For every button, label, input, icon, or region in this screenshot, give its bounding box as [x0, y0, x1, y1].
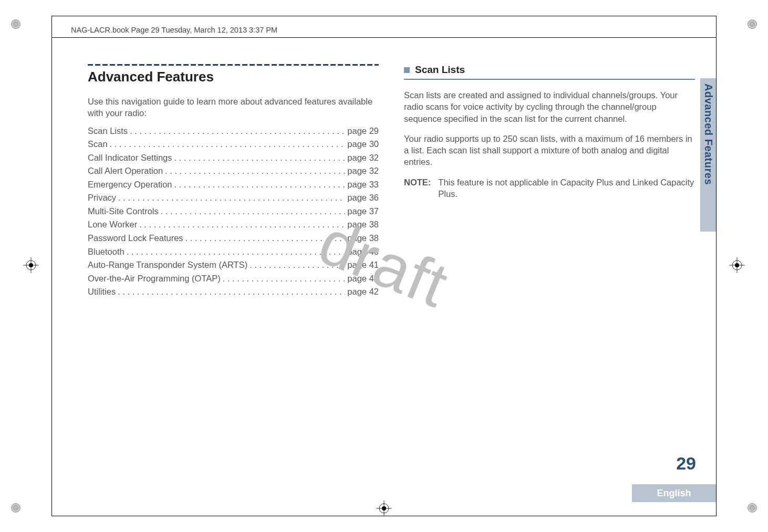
toc-page[interactable]: page 40: [347, 245, 379, 259]
toc-page[interactable]: page 38: [347, 232, 379, 245]
toc-leader-dots: [118, 285, 345, 299]
toc-row: Scanpage 30: [88, 138, 379, 151]
toc-label[interactable]: Call Indicator Settings: [88, 151, 172, 165]
toc-row: Auto-Range Transponder System (ARTS)page…: [88, 258, 379, 272]
chapter-dash-rule: [88, 64, 379, 66]
toc-row: Bluetoothpage 40: [88, 245, 379, 259]
toc-label[interactable]: Scan: [88, 138, 108, 151]
toc-row: Password Lock Featurespage 38: [88, 232, 379, 245]
svg-point-3: [29, 263, 33, 267]
toc-leader-dots: [130, 124, 345, 138]
toc-page[interactable]: page 33: [347, 178, 379, 192]
registration-mark-icon: [23, 257, 39, 273]
language-bar: English: [632, 484, 716, 502]
toc-label[interactable]: Emergency Operation: [88, 178, 172, 192]
svg-point-7: [735, 263, 739, 267]
crop-mark-icon: [747, 19, 757, 29]
toc-label[interactable]: Privacy: [88, 191, 116, 205]
toc-label[interactable]: Scan Lists: [88, 124, 128, 138]
section-rule: [404, 79, 695, 80]
right-column: Scan Lists Scan lists are created and as…: [404, 64, 695, 299]
toc-row: Lone Workerpage 38: [88, 218, 379, 232]
chapter-title: Advanced Features: [88, 69, 379, 85]
crop-mark-icon: [11, 19, 21, 29]
page-number: 29: [676, 453, 696, 474]
toc-label[interactable]: Call Alert Operation: [88, 164, 163, 178]
toc-label[interactable]: Multi-Site Controls: [88, 205, 159, 218]
page-frame: NAG-LACR.book Page 29 Tuesday, March 12,…: [51, 16, 717, 516]
toc-page[interactable]: page 38: [347, 218, 379, 232]
toc-row: Call Alert Operationpage 32: [88, 164, 379, 178]
crop-mark-icon: [11, 503, 21, 513]
toc-row: Over-the-Air Programming (OTAP)page 42: [88, 272, 379, 286]
page-header: NAG-LACR.book Page 29 Tuesday, March 12,…: [52, 16, 716, 37]
toc-page[interactable]: page 41: [347, 258, 379, 272]
note-body: This feature is not applicable in Capaci…: [438, 176, 695, 200]
section-paragraph: Scan lists are created and assigned to i…: [404, 89, 695, 124]
toc-label[interactable]: Password Lock Features: [88, 232, 183, 245]
side-tab-label: Advanced Features: [702, 84, 714, 231]
toc-leader-dots: [185, 232, 346, 245]
toc-row: Call Indicator Settingspage 32: [88, 151, 379, 165]
toc-page[interactable]: page 32: [347, 151, 379, 165]
note: NOTE: This feature is not applicable in …: [404, 176, 695, 200]
toc-page[interactable]: page 42: [347, 272, 379, 286]
crop-mark-icon: [747, 503, 757, 513]
toc-page[interactable]: page 37: [347, 205, 379, 218]
toc-row: Scan Listspage 29: [88, 124, 379, 138]
section-paragraph: Your radio supports up to 250 scan lists…: [404, 133, 695, 168]
toc-label[interactable]: Lone Worker: [88, 218, 137, 232]
toc-page[interactable]: page 42: [347, 285, 379, 299]
table-of-contents: Scan Listspage 29Scanpage 30Call Indicat…: [88, 124, 379, 299]
toc-row: Utilitiespage 42: [88, 285, 379, 299]
toc-page[interactable]: page 30: [347, 138, 379, 151]
toc-leader-dots: [174, 151, 346, 165]
toc-leader-dots: [165, 164, 345, 178]
toc-row: Multi-Site Controlspage 37: [88, 205, 379, 218]
section-title: Scan Lists: [415, 64, 465, 76]
toc-page[interactable]: page 36: [347, 191, 379, 205]
toc-label[interactable]: Over-the-Air Programming (OTAP): [88, 272, 221, 286]
left-column: Advanced Features Use this navigation gu…: [88, 64, 379, 299]
toc-label[interactable]: Auto-Range Transponder System (ARTS): [88, 258, 247, 272]
toc-row: Privacypage 36: [88, 191, 379, 205]
section-heading: Scan Lists: [404, 64, 695, 76]
intro-text: Use this navigation guide to learn more …: [88, 96, 379, 119]
toc-leader-dots: [161, 205, 346, 218]
toc-row: Emergency Operationpage 33: [88, 178, 379, 192]
toc-leader-dots: [223, 272, 346, 286]
toc-leader-dots: [250, 258, 345, 272]
registration-mark-icon: [729, 257, 745, 273]
toc-leader-dots: [127, 245, 346, 259]
toc-label[interactable]: Utilities: [88, 285, 116, 299]
toc-page[interactable]: page 32: [347, 164, 379, 178]
toc-label[interactable]: Bluetooth: [88, 245, 124, 259]
toc-leader-dots: [110, 138, 346, 151]
note-label: NOTE:: [404, 176, 431, 200]
toc-leader-dots: [139, 218, 345, 232]
toc-leader-dots: [174, 178, 346, 192]
section-bullet-icon: [404, 67, 410, 73]
toc-page[interactable]: page 29: [347, 124, 379, 138]
toc-leader-dots: [118, 191, 345, 205]
